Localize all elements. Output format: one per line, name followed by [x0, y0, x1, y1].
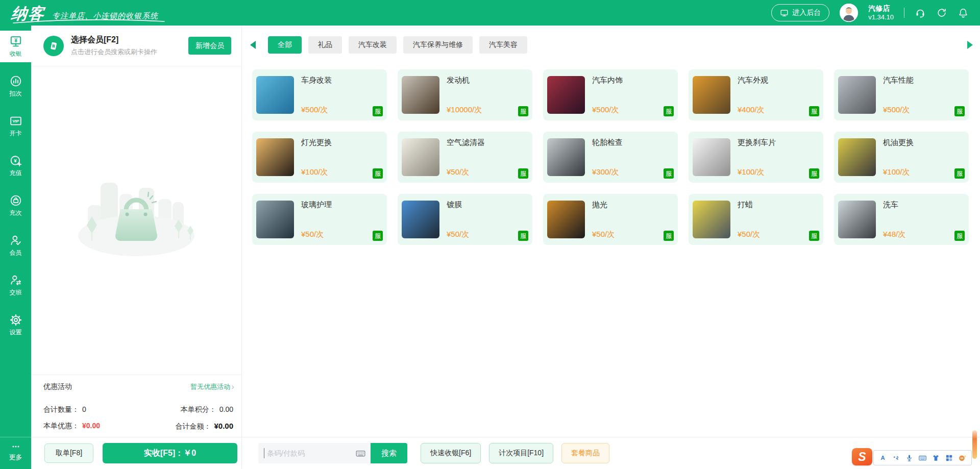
store-name: 汽修店: [868, 4, 894, 13]
product-card[interactable]: 车身改装 ¥500/次 服: [252, 69, 387, 120]
category-tab[interactable]: 全部: [268, 36, 302, 54]
category-tab[interactable]: 礼品: [308, 36, 342, 54]
cashier-icon: ¥: [9, 35, 22, 48]
product-card[interactable]: 汽车外观 ¥400/次 服: [689, 69, 823, 120]
product-card[interactable]: 汽车性能 ¥500/次 服: [834, 69, 969, 120]
points-value: 0.00: [219, 405, 233, 413]
product-price: ¥50/次: [447, 230, 469, 239]
customer-service-icon[interactable]: [915, 7, 926, 18]
sogou-logo[interactable]: S: [852, 448, 872, 465]
product-image: [693, 138, 730, 176]
product-card[interactable]: 抛光 ¥50/次 服: [543, 194, 678, 245]
category-tab[interactable]: 汽车美容: [479, 36, 527, 54]
swipe-card-icon: [48, 40, 59, 52]
avatar[interactable]: [840, 4, 858, 22]
product-image: [256, 138, 294, 176]
product-image: [402, 138, 439, 176]
product-card[interactable]: 洗车 ¥48/次 服: [834, 194, 969, 245]
sidebar-item[interactable]: ¥ 收银: [0, 31, 31, 62]
ime-keyboard-icon[interactable]: [918, 454, 927, 462]
hold-order-button[interactable]: 取单[F8]: [44, 443, 93, 463]
sidebar-item-more[interactable]: 更多: [0, 437, 31, 469]
product-name: 灯光更换: [301, 138, 332, 147]
svg-text:VIP: VIP: [12, 119, 19, 124]
keyboard-icon[interactable]: [355, 448, 366, 459]
enter-backstage-button[interactable]: 进入后台: [771, 4, 829, 21]
prev-category-arrow[interactable]: [250, 41, 256, 49]
product-card[interactable]: 更换刹车片 ¥100/次 服: [689, 132, 823, 183]
ime-lang-icon[interactable]: A: [878, 454, 887, 462]
sidebar-item-label: 收银: [10, 50, 22, 58]
sidebar-item-label: 会员: [10, 249, 22, 257]
product-name: 汽车外观: [738, 76, 768, 85]
product-name: 汽车性能: [883, 76, 914, 85]
sidebar-item[interactable]: 充次: [0, 190, 31, 221]
promo-label: 优惠活动: [43, 382, 72, 391]
category-tab[interactable]: 汽车改装: [349, 36, 397, 54]
sidebar-item-label: 交班: [10, 288, 22, 297]
promo-row: 优惠活动 暂无优惠活动 ›: [31, 375, 241, 398]
barcode-input[interactable]: [258, 443, 371, 463]
product-card[interactable]: 灯光更换 ¥100/次 服: [252, 132, 387, 183]
product-price: ¥300/次: [592, 167, 619, 177]
product-price: ¥500/次: [592, 105, 619, 115]
service-badge: 服: [664, 168, 674, 179]
assistant-icon[interactable]: [958, 454, 967, 462]
product-card[interactable]: 轮胎检查 ¥300/次 服: [543, 132, 678, 183]
pay-button[interactable]: 实收[F5]：￥0: [103, 443, 237, 463]
sidebar-item-label: 扣次: [10, 89, 22, 98]
product-card[interactable]: 镀膜 ¥50/次 服: [398, 194, 532, 245]
more-label: 更多: [9, 453, 22, 462]
sidebar-item[interactable]: 交班: [0, 269, 31, 301]
skin-icon[interactable]: [932, 454, 940, 462]
scrollbar-thumb[interactable]: [972, 430, 977, 459]
next-category-arrow[interactable]: [967, 41, 973, 49]
sync-icon[interactable]: [936, 7, 947, 18]
sidebar-item[interactable]: 扣次: [0, 70, 31, 102]
sidebar-item[interactable]: 会员: [0, 230, 31, 261]
product-card[interactable]: 机油更换 ¥100/次 服: [834, 132, 969, 183]
sidebar-item[interactable]: 设置: [0, 309, 31, 341]
count-item-button[interactable]: 计次项目[F10]: [489, 443, 553, 463]
quick-cash-button[interactable]: 快速收银[F6]: [421, 443, 481, 463]
product-image: [402, 76, 439, 114]
recharge-icon: ¥: [9, 154, 22, 167]
discount-label: 本单优惠：: [43, 422, 79, 431]
service-badge: 服: [373, 168, 383, 179]
add-member-button[interactable]: 新增会员: [188, 37, 231, 55]
promo-value-link[interactable]: 暂无优惠活动 ›: [190, 382, 234, 391]
service-badge: 服: [809, 106, 819, 116]
sidebar-item-label: 充值: [10, 169, 22, 178]
recharge-times-icon: [9, 194, 22, 207]
toolbox-icon[interactable]: [945, 454, 953, 462]
empty-cart-illustration: [72, 168, 200, 265]
bell-icon[interactable]: [958, 7, 969, 18]
more-dots-icon: [9, 442, 22, 451]
discount-value: ¥0.00: [82, 422, 100, 430]
product-price: ¥50/次: [592, 230, 615, 239]
service-badge: 服: [809, 168, 819, 179]
product-name: 更换刹车片: [738, 138, 776, 147]
mic-icon[interactable]: [905, 454, 914, 462]
sidebar-item[interactable]: ¥ 充值: [0, 150, 31, 182]
product-name: 打蜡: [738, 200, 753, 210]
product-card[interactable]: 发动机 ¥10000/次 服: [398, 69, 532, 120]
product-card[interactable]: 打蜡 ¥50/次 服: [689, 194, 823, 245]
product-image: [838, 138, 876, 176]
search-button[interactable]: 搜索: [371, 443, 407, 463]
category-tabs: 全部 礼品 汽车改装 汽车保养与维修 汽车美容: [268, 36, 527, 54]
member-panel: 选择会员[F2] 点击进行会员搜索或刷卡操作 新增会员: [31, 26, 242, 469]
product-card[interactable]: 玻璃护理 ¥50/次 服: [252, 194, 387, 245]
combo-goods-button[interactable]: 套餐商品: [561, 443, 609, 463]
product-card[interactable]: 空气滤清器 ¥50/次 服: [398, 132, 532, 183]
product-card[interactable]: 汽车内饰 ¥500/次 服: [543, 69, 678, 120]
barcode-search-group: 搜索: [258, 443, 407, 463]
service-badge: 服: [954, 231, 965, 241]
ime-punct-icon[interactable]: [892, 454, 900, 462]
ime-buttons: A: [873, 450, 972, 465]
category-tabs-row: 全部 礼品 汽车改装 汽车保养与维修 汽车美容: [250, 36, 973, 54]
select-member-area[interactable]: 选择会员[F2] 点击进行会员搜索或刷卡操作 新增会员: [31, 26, 241, 66]
sidebar-item-label: 充次: [10, 209, 22, 217]
sidebar-item[interactable]: VIP 开卡: [0, 110, 31, 142]
category-tab[interactable]: 汽车保养与维修: [403, 36, 473, 54]
